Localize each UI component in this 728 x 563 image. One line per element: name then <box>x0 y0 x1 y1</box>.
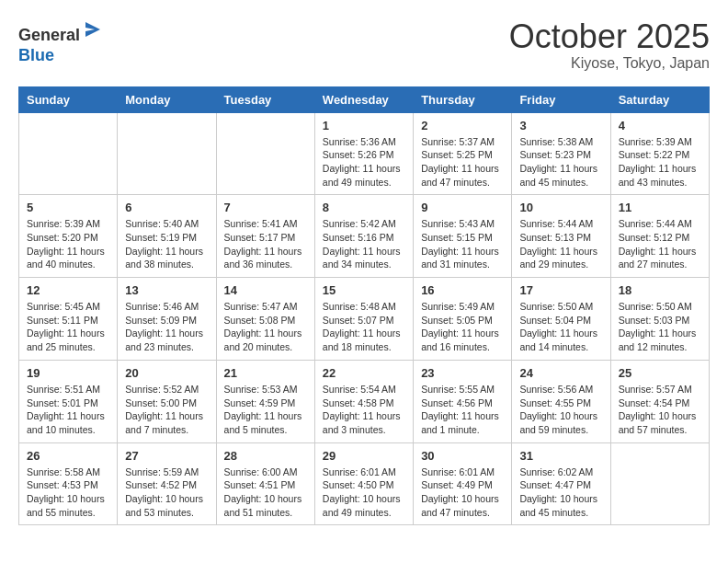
day-number: 14 <box>224 283 307 297</box>
day-info: Sunrise: 5:45 AM Sunset: 5:11 PM Dayligh… <box>27 300 109 354</box>
calendar-day-12: 12Sunrise: 5:45 AM Sunset: 5:11 PM Dayli… <box>19 278 118 361</box>
day-number: 31 <box>519 449 602 463</box>
day-info: Sunrise: 5:56 AM Sunset: 4:55 PM Dayligh… <box>519 383 602 437</box>
calendar-week-row: 12Sunrise: 5:45 AM Sunset: 5:11 PM Dayli… <box>19 278 710 361</box>
calendar-day-31: 31Sunrise: 6:02 AM Sunset: 4:47 PM Dayli… <box>512 442 610 525</box>
day-number: 16 <box>421 283 504 297</box>
day-number: 28 <box>224 449 307 463</box>
day-number: 26 <box>27 449 109 463</box>
calendar-week-row: 1Sunrise: 5:36 AM Sunset: 5:26 PM Daylig… <box>19 112 710 195</box>
calendar-day-27: 27Sunrise: 5:59 AM Sunset: 4:52 PM Dayli… <box>118 442 216 525</box>
day-info: Sunrise: 5:53 AM Sunset: 4:59 PM Dayligh… <box>224 383 307 437</box>
svg-marker-0 <box>85 22 100 37</box>
day-number: 1 <box>323 119 405 132</box>
day-number: 21 <box>224 366 307 380</box>
calendar-day-8: 8Sunrise: 5:42 AM Sunset: 5:16 PM Daylig… <box>314 195 413 278</box>
calendar-day-1: 1Sunrise: 5:36 AM Sunset: 5:26 PM Daylig… <box>314 112 413 195</box>
day-number: 11 <box>619 201 701 214</box>
calendar-empty-cell <box>118 112 216 195</box>
calendar-day-2: 2Sunrise: 5:37 AM Sunset: 5:25 PM Daylig… <box>414 112 512 195</box>
day-info: Sunrise: 5:46 AM Sunset: 5:09 PM Dayligh… <box>125 300 208 354</box>
calendar-week-row: 19Sunrise: 5:51 AM Sunset: 5:01 PM Dayli… <box>19 360 710 442</box>
day-info: Sunrise: 5:49 AM Sunset: 5:05 PM Dayligh… <box>421 300 504 354</box>
day-info: Sunrise: 5:44 AM Sunset: 5:12 PM Dayligh… <box>619 217 701 271</box>
day-info: Sunrise: 5:57 AM Sunset: 4:54 PM Dayligh… <box>619 383 701 437</box>
calendar-day-23: 23Sunrise: 5:55 AM Sunset: 4:56 PM Dayli… <box>414 360 512 442</box>
calendar-empty-cell <box>610 442 709 525</box>
day-info: Sunrise: 6:02 AM Sunset: 4:47 PM Dayligh… <box>519 465 602 520</box>
calendar-day-4: 4Sunrise: 5:39 AM Sunset: 5:22 PM Daylig… <box>610 112 709 195</box>
calendar-day-9: 9Sunrise: 5:43 AM Sunset: 5:15 PM Daylig… <box>414 195 512 278</box>
calendar-empty-cell <box>19 112 118 195</box>
day-info: Sunrise: 5:40 AM Sunset: 5:19 PM Dayligh… <box>125 217 208 271</box>
day-number: 30 <box>421 449 504 463</box>
day-info: Sunrise: 5:42 AM Sunset: 5:16 PM Dayligh… <box>323 217 405 271</box>
calendar-day-17: 17Sunrise: 5:50 AM Sunset: 5:04 PM Dayli… <box>512 278 610 361</box>
logo-icon <box>82 18 104 40</box>
day-number: 29 <box>323 449 405 463</box>
day-info: Sunrise: 5:59 AM Sunset: 4:52 PM Dayligh… <box>125 465 208 520</box>
day-info: Sunrise: 6:00 AM Sunset: 4:51 PM Dayligh… <box>224 465 307 520</box>
day-number: 19 <box>27 366 109 380</box>
weekday-header-row: SundayMondayTuesdayWednesdayThursdayFrid… <box>19 86 710 112</box>
day-number: 20 <box>125 366 208 380</box>
day-info: Sunrise: 5:50 AM Sunset: 5:03 PM Dayligh… <box>619 300 701 354</box>
day-info: Sunrise: 5:58 AM Sunset: 4:53 PM Dayligh… <box>27 465 109 520</box>
day-info: Sunrise: 5:55 AM Sunset: 4:56 PM Dayligh… <box>421 383 504 437</box>
calendar-day-11: 11Sunrise: 5:44 AM Sunset: 5:12 PM Dayli… <box>610 195 709 278</box>
day-info: Sunrise: 5:43 AM Sunset: 5:15 PM Dayligh… <box>421 217 504 271</box>
calendar-day-10: 10Sunrise: 5:44 AM Sunset: 5:13 PM Dayli… <box>512 195 610 278</box>
day-number: 7 <box>224 201 307 214</box>
calendar-week-row: 26Sunrise: 5:58 AM Sunset: 4:53 PM Dayli… <box>19 442 710 525</box>
day-number: 27 <box>125 449 208 463</box>
logo-blue: Blue <box>18 46 54 64</box>
day-number: 15 <box>323 283 405 297</box>
day-number: 8 <box>323 201 405 214</box>
day-number: 24 <box>519 366 602 380</box>
day-info: Sunrise: 5:39 AM Sunset: 5:20 PM Dayligh… <box>27 217 109 271</box>
weekday-header-monday: Monday <box>118 86 216 112</box>
calendar-day-3: 3Sunrise: 5:38 AM Sunset: 5:23 PM Daylig… <box>512 112 610 195</box>
calendar-day-29: 29Sunrise: 6:01 AM Sunset: 4:50 PM Dayli… <box>314 442 413 525</box>
day-number: 17 <box>519 283 602 297</box>
day-info: Sunrise: 5:50 AM Sunset: 5:04 PM Dayligh… <box>519 300 602 354</box>
day-info: Sunrise: 5:48 AM Sunset: 5:07 PM Dayligh… <box>323 300 405 354</box>
calendar-day-14: 14Sunrise: 5:47 AM Sunset: 5:08 PM Dayli… <box>216 278 314 361</box>
calendar-day-28: 28Sunrise: 6:00 AM Sunset: 4:51 PM Dayli… <box>216 442 314 525</box>
page-header: General Blue October 2025 Kiyose, Tokyo,… <box>18 18 710 72</box>
location: Kiyose, Tokyo, Japan <box>509 55 710 72</box>
calendar-day-30: 30Sunrise: 6:01 AM Sunset: 4:49 PM Dayli… <box>414 442 512 525</box>
day-info: Sunrise: 6:01 AM Sunset: 4:49 PM Dayligh… <box>421 465 504 520</box>
day-number: 10 <box>519 201 602 214</box>
day-info: Sunrise: 5:38 AM Sunset: 5:23 PM Dayligh… <box>519 135 602 190</box>
day-number: 9 <box>421 201 504 214</box>
day-info: Sunrise: 5:39 AM Sunset: 5:22 PM Dayligh… <box>619 135 701 190</box>
calendar-day-15: 15Sunrise: 5:48 AM Sunset: 5:07 PM Dayli… <box>314 278 413 361</box>
day-number: 5 <box>27 201 109 214</box>
title-block: October 2025 Kiyose, Tokyo, Japan <box>509 18 710 72</box>
weekday-header-tuesday: Tuesday <box>216 86 314 112</box>
day-number: 3 <box>519 119 602 132</box>
calendar-day-22: 22Sunrise: 5:54 AM Sunset: 4:58 PM Dayli… <box>314 360 413 442</box>
day-number: 2 <box>421 119 504 132</box>
calendar-day-26: 26Sunrise: 5:58 AM Sunset: 4:53 PM Dayli… <box>19 442 118 525</box>
calendar-day-19: 19Sunrise: 5:51 AM Sunset: 5:01 PM Dayli… <box>19 360 118 442</box>
calendar-day-24: 24Sunrise: 5:56 AM Sunset: 4:55 PM Dayli… <box>512 360 610 442</box>
day-number: 12 <box>27 283 109 297</box>
day-info: Sunrise: 5:54 AM Sunset: 4:58 PM Dayligh… <box>323 383 405 437</box>
weekday-header-saturday: Saturday <box>610 86 709 112</box>
logo: General Blue <box>18 18 104 65</box>
day-number: 25 <box>619 366 701 380</box>
day-info: Sunrise: 5:37 AM Sunset: 5:25 PM Dayligh… <box>421 135 504 190</box>
day-info: Sunrise: 6:01 AM Sunset: 4:50 PM Dayligh… <box>323 465 405 520</box>
calendar-empty-cell <box>216 112 314 195</box>
day-number: 6 <box>125 201 208 214</box>
day-info: Sunrise: 5:41 AM Sunset: 5:17 PM Dayligh… <box>224 217 307 271</box>
weekday-header-thursday: Thursday <box>414 86 512 112</box>
logo-general: General <box>18 26 80 44</box>
weekday-header-sunday: Sunday <box>19 86 118 112</box>
day-number: 4 <box>619 119 701 132</box>
calendar-day-7: 7Sunrise: 5:41 AM Sunset: 5:17 PM Daylig… <box>216 195 314 278</box>
calendar-day-20: 20Sunrise: 5:52 AM Sunset: 5:00 PM Dayli… <box>118 360 216 442</box>
day-number: 23 <box>421 366 504 380</box>
